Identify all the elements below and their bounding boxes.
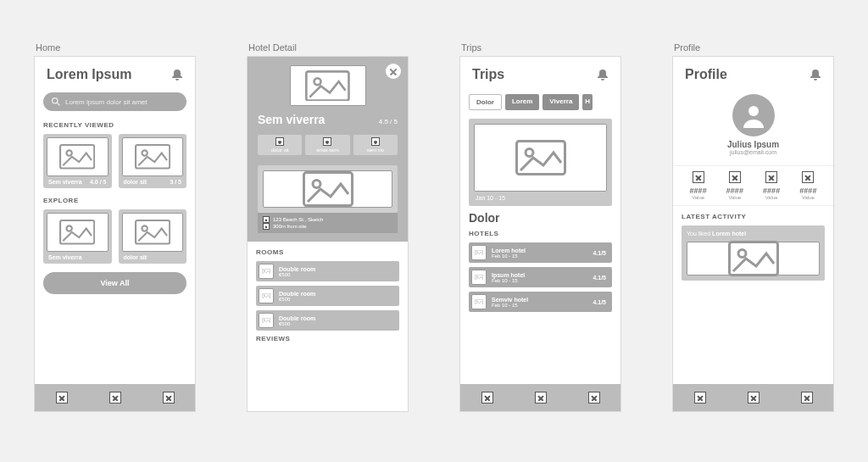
hotel-dates: Feb 10 - 15: [492, 253, 587, 259]
trip-card[interactable]: Jan 10 - 15: [469, 119, 612, 206]
nav-icon[interactable]: [481, 392, 493, 404]
tag-label: sem viv: [367, 148, 384, 153]
room-item[interactable]: Double room€500: [256, 261, 399, 281]
tab-lorem[interactable]: Lorem: [505, 94, 539, 110]
hotel-rating: 4.1/5: [593, 250, 609, 256]
tag-label: dolor sit: [271, 148, 289, 153]
image-placeholder-icon: [263, 170, 392, 208]
search-icon: [52, 97, 60, 106]
search-input[interactable]: Lorem ipsum dolor sit amet: [43, 92, 186, 111]
stat-item[interactable]: ####Value: [763, 171, 780, 200]
image-placeholder-icon: [471, 245, 487, 260]
reviews-label: REVIEWS: [256, 335, 399, 342]
nav-icon[interactable]: [694, 392, 706, 404]
distance-icon: [263, 223, 270, 230]
distance-row: 300m from site: [263, 223, 392, 230]
location-icon: [263, 216, 270, 223]
placeholder-icon: [371, 137, 380, 146]
address-row: 123 Beach St., Sketch: [263, 216, 392, 223]
user-email: julius@email.com: [673, 149, 833, 155]
close-button[interactable]: [386, 64, 401, 79]
stat-icon: [693, 171, 704, 183]
image-placeholder-icon: [259, 288, 274, 303]
image-placeholder-icon: [471, 294, 487, 309]
hotel-dates: Feb 10 - 15: [492, 303, 587, 308]
hotels-label: HOTELS: [469, 230, 612, 237]
screen-profile: Profile Julius Ipsum julius@email.com ##…: [672, 56, 834, 412]
room-name: Double room: [279, 266, 315, 272]
card-name: dolor sit: [124, 179, 147, 185]
hotel-item[interactable]: Ipsum hotelFeb 10 - 15 4.1/5: [469, 267, 612, 287]
bottom-nav: [673, 384, 833, 411]
room-item[interactable]: Double room€500: [256, 310, 399, 331]
room-name: Double room: [279, 291, 315, 297]
room-item[interactable]: Double room€500: [256, 286, 399, 306]
image-placeholder-icon: [290, 65, 366, 106]
hotel-dates: Feb 10 - 15: [492, 278, 587, 283]
hotel-item[interactable]: Lorem hotelFeb 10 - 15 4.1/5: [469, 242, 612, 263]
screen-home: Lorem Ipsum Lorem ipsum dolor sit amet R…: [34, 56, 196, 412]
stat-icon: [802, 171, 814, 183]
notifications-icon[interactable]: [810, 69, 821, 81]
stat-value: ####: [799, 186, 816, 195]
tag-chip[interactable]: dolor sit: [258, 135, 302, 155]
image-placeholder-icon: [259, 264, 274, 279]
stat-item[interactable]: ####Value: [726, 171, 743, 200]
image-placeholder-icon: [687, 242, 820, 276]
image-placeholder-icon: [47, 137, 108, 176]
stat-value: ####: [763, 186, 780, 195]
room-name: Double room: [279, 315, 315, 321]
nav-icon[interactable]: [109, 392, 121, 404]
image-placeholder-icon: [259, 313, 274, 328]
stat-label: Value: [799, 195, 816, 200]
tag-chip[interactable]: amet sem: [305, 135, 349, 155]
svg-point-3: [53, 98, 58, 103]
trip-dates: Jan 10 - 15: [474, 192, 607, 201]
page-title: Lorem Ipsum: [47, 67, 131, 82]
notifications-icon[interactable]: [171, 69, 183, 81]
tab-viverra[interactable]: Viverra: [542, 94, 579, 110]
nav-icon[interactable]: [535, 392, 547, 404]
stat-icon: [729, 171, 741, 183]
nav-icon[interactable]: [801, 392, 813, 404]
hotel-rating: 4.1/5: [593, 299, 609, 305]
explore-card[interactable]: dolor sit: [119, 209, 187, 264]
nav-icon[interactable]: [163, 392, 175, 404]
stat-label: Value: [690, 195, 707, 200]
stat-item[interactable]: ####Value: [799, 171, 816, 200]
recently-card[interactable]: dolor sit3 / 5: [119, 134, 187, 188]
stat-label: Value: [763, 195, 780, 200]
nav-icon[interactable]: [588, 392, 600, 404]
bottom-nav: [460, 384, 620, 411]
stat-icon: [765, 171, 777, 183]
avatar[interactable]: [732, 94, 775, 136]
close-icon: [390, 68, 397, 75]
nav-icon[interactable]: [56, 392, 68, 404]
card-rating: 3 / 5: [170, 179, 181, 185]
tag-chip[interactable]: sem viv: [353, 135, 398, 155]
hotel-name: Ipsum hotel: [492, 272, 587, 278]
stat-label: Value: [726, 195, 743, 200]
nav-icon[interactable]: [748, 392, 760, 404]
user-name: Julius Ipsum: [673, 140, 833, 149]
screen-label-detail: Hotel Detail: [247, 42, 409, 53]
card-name: Sem viverra: [48, 254, 82, 260]
tab-dolor[interactable]: Dolor: [469, 94, 502, 110]
recently-card[interactable]: Sem viverra4.0 / 5: [43, 134, 112, 188]
stat-item[interactable]: ####Value: [690, 171, 707, 200]
hotel-item[interactable]: Semviv hotelFeb 10 - 15 4.1/5: [469, 292, 612, 312]
svg-line-4: [57, 103, 59, 105]
screen-label-trips: Trips: [459, 42, 621, 53]
room-price: €500: [279, 272, 315, 277]
notifications-icon[interactable]: [597, 69, 609, 81]
latest-activity-label: LATEST ACTIVITY: [682, 213, 825, 220]
search-placeholder: Lorem ipsum dolor sit amet: [65, 98, 147, 106]
hotel-name: Sem viverra: [258, 113, 325, 126]
screen-trips: Trips Dolor Lorem Viverra H Jan 10 - 15 …: [459, 56, 621, 412]
address-text: 123 Beach St., Sketch: [273, 217, 323, 222]
placeholder-icon: [323, 137, 331, 146]
view-all-button[interactable]: View All: [43, 272, 186, 294]
activity-card[interactable]: You liked Lorem hotel: [682, 225, 825, 281]
tab-overflow[interactable]: H: [582, 94, 593, 110]
explore-card[interactable]: Sem viverra: [43, 209, 112, 264]
